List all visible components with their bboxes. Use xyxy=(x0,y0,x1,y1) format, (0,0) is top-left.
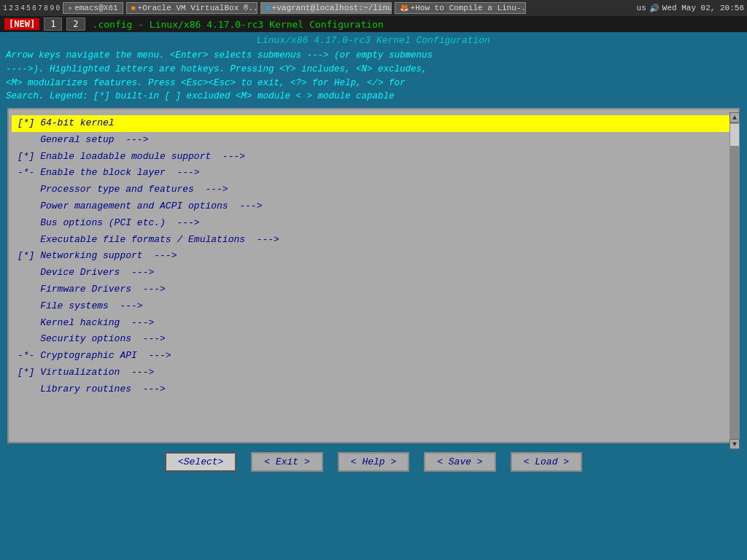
tab-2[interactable]: 2 xyxy=(66,18,85,31)
workspace-numbers: 1 2 3 4 5 6 7 8 9 0 xyxy=(3,4,60,12)
ws-num[interactable]: 9 xyxy=(50,4,54,12)
menu-item-8[interactable]: [*] Networking support ---> xyxy=(12,248,735,265)
menu-item-16[interactable]: Library routines ---> xyxy=(12,381,735,398)
menu-item-15[interactable]: [*] Virtualization ---> xyxy=(12,365,735,381)
header-box: Linux/x86 4.17.0-rc3 Kernel Configuratio… xyxy=(0,32,747,105)
title-bar: .config - Linux/x86 4.17.0-rc3 Kernel Co… xyxy=(93,19,384,30)
load-button[interactable]: < Load > xyxy=(511,452,582,472)
taskbar-right: us 🔊 Wed May 02, 20:56 xyxy=(637,4,744,13)
ws-num[interactable]: 3 xyxy=(15,4,19,12)
menu-item-2[interactable]: [*] Enable loadable module support ---> xyxy=(12,149,735,166)
ws-num[interactable]: 5 xyxy=(26,4,31,12)
ws-num[interactable]: 1 xyxy=(3,4,7,12)
ws-num[interactable]: 4 xyxy=(20,4,25,12)
menu-item-13[interactable]: Security options ---> xyxy=(12,331,735,348)
ws-num[interactable]: 6 xyxy=(32,4,36,12)
button-bar: <Select> < Exit > < Help > < Save > < Lo… xyxy=(0,446,747,478)
menu-item-1[interactable]: General setup ---> xyxy=(12,132,735,149)
taskbar: 1 2 3 4 5 6 7 8 9 0 ● emacs@X61 ■ +Oracl… xyxy=(0,0,747,16)
help-button[interactable]: < Help > xyxy=(338,452,409,472)
menu-item-14[interactable]: -*- Cryptographic API ---> xyxy=(12,348,735,365)
session-bar: [NEW] 1 2 .config - Linux/x86 4.17.0-rc3… xyxy=(0,16,747,32)
menu-item-11[interactable]: File systems ---> xyxy=(12,298,735,315)
kernel-config-title: Linux/x86 4.17.0-rc3 Kernel Configuratio… xyxy=(6,35,741,46)
menu-item-12[interactable]: Kernel hacking ---> xyxy=(12,315,735,332)
taskbar-item-virtualbox[interactable]: ■ +Oracle VM VirtualBox ®... xyxy=(126,2,258,14)
menu-item-5[interactable]: Power management and ACPI options ---> xyxy=(12,198,735,215)
exit-button[interactable]: < Exit > xyxy=(251,452,322,472)
taskbar-item-vagrant[interactable]: ■ +vagrant@localhost:~/linux-... xyxy=(260,2,392,14)
taskbar-item-emacs[interactable]: ● emacs@X61 xyxy=(63,2,123,14)
new-badge: [NEW] xyxy=(4,18,39,30)
scrollbar[interactable]: ▲ ▼ xyxy=(729,112,740,449)
menu-item-4[interactable]: Processor type and features ---> xyxy=(12,182,735,198)
menu-box: [*] 64-bit kernel General setup --->[*] … xyxy=(7,108,740,443)
scroll-up-button[interactable]: ▲ xyxy=(729,112,740,122)
taskbar-item-howto[interactable]: 🦊 +How to Compile a Linu-... xyxy=(395,2,526,14)
select-button[interactable]: <Select> xyxy=(165,452,236,472)
menu-item-10[interactable]: Firmware Drivers ---> xyxy=(12,281,735,298)
system-tray: 🔊 xyxy=(649,4,659,13)
menu-item-7[interactable]: Executable file formats / Emulations ---… xyxy=(12,232,735,249)
language-indicator: us xyxy=(637,4,646,12)
menu-item-6[interactable]: Bus options (PCI etc.) ---> xyxy=(12,215,735,232)
ws-num[interactable]: 2 xyxy=(9,4,13,12)
ws-num[interactable]: 0 xyxy=(55,4,60,12)
menu-item-0[interactable]: [*] 64-bit kernel xyxy=(12,115,735,132)
tab-1[interactable]: 1 xyxy=(44,18,62,31)
header-instructions: Arrow keys navigate the menu. <Enter> se… xyxy=(6,49,741,104)
scroll-down-button[interactable]: ▼ xyxy=(729,439,740,449)
menu-item-9[interactable]: Device Drivers ---> xyxy=(12,265,735,281)
ws-num[interactable]: 7 xyxy=(38,4,42,12)
menu-item-3[interactable]: -*- Enable the block layer ---> xyxy=(12,165,735,182)
menu-container: [*] 64-bit kernel General setup --->[*] … xyxy=(0,108,747,443)
scroll-thumb[interactable] xyxy=(730,124,739,146)
save-button[interactable]: < Save > xyxy=(424,452,495,472)
ws-num[interactable]: 8 xyxy=(44,4,48,12)
clock: Wed May 02, 20:56 xyxy=(662,4,744,12)
